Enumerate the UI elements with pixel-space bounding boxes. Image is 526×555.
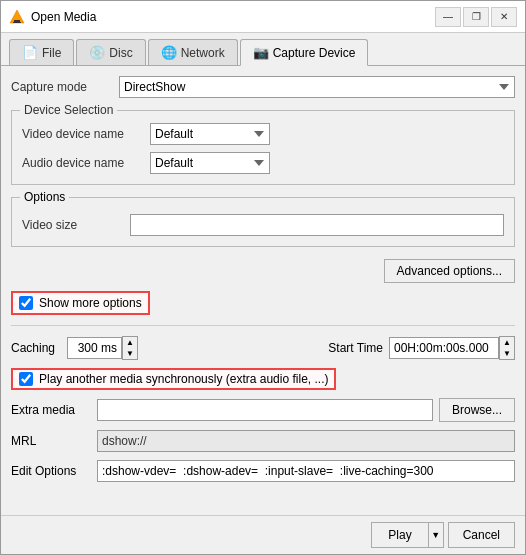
tab-capture-label: Capture Device (273, 46, 356, 60)
advanced-btn-row: Advanced options... (11, 259, 515, 283)
caching-input-group: ▲ ▼ (67, 336, 138, 360)
disc-icon: 💿 (89, 45, 105, 60)
close-button[interactable]: ✕ (491, 7, 517, 27)
capture-icon: 📷 (253, 45, 269, 60)
advanced-options-button[interactable]: Advanced options... (384, 259, 515, 283)
window-title: Open Media (31, 10, 435, 24)
extra-media-input[interactable] (97, 399, 433, 421)
start-time-spin-buttons: ▲ ▼ (499, 336, 515, 360)
play-sync-label[interactable]: Play another media synchronously (extra … (39, 372, 328, 386)
start-time-input[interactable] (389, 337, 499, 359)
mrl-input[interactable]: dshow:// (97, 430, 515, 452)
cancel-button[interactable]: Cancel (448, 522, 515, 548)
main-window: Open Media — ❐ ✕ 📄 File 💿 Disc 🌐 Network… (0, 0, 526, 555)
extra-media-row: Extra media Browse... (11, 398, 515, 422)
edit-options-label: Edit Options (11, 464, 91, 478)
device-selection-title: Device Selection (20, 103, 117, 117)
start-time-label: Start Time (328, 341, 383, 355)
video-size-input[interactable] (130, 214, 504, 236)
tabs-bar: 📄 File 💿 Disc 🌐 Network 📷 Capture Device (1, 33, 525, 66)
caching-spin-up[interactable]: ▲ (123, 337, 137, 348)
options-group-title: Options (20, 190, 69, 204)
play-button[interactable]: Play (371, 522, 427, 548)
app-icon (9, 9, 25, 25)
start-time-spin-up[interactable]: ▲ (500, 337, 514, 348)
play-dropdown-arrow: ▼ (431, 530, 440, 540)
separator (11, 325, 515, 326)
minimize-button[interactable]: — (435, 7, 461, 27)
play-sync-checkbox[interactable] (19, 372, 33, 386)
tab-disc-label: Disc (109, 46, 132, 60)
window-controls: — ❐ ✕ (435, 7, 517, 27)
browse-button[interactable]: Browse... (439, 398, 515, 422)
tab-disc[interactable]: 💿 Disc (76, 39, 145, 65)
svg-rect-1 (14, 20, 20, 22)
video-size-label: Video size (22, 218, 122, 232)
play-button-group: Play ▼ (371, 522, 443, 548)
file-icon: 📄 (22, 45, 38, 60)
options-group: Options Video size (11, 197, 515, 247)
restore-button[interactable]: ❐ (463, 7, 489, 27)
caching-input[interactable] (67, 337, 122, 359)
play-sync-row: Play another media synchronously (extra … (11, 368, 336, 390)
mrl-label: MRL (11, 434, 91, 448)
svg-rect-2 (13, 22, 21, 23)
mrl-row: MRL dshow:// (11, 430, 515, 452)
device-selection-content: Video device name Default Audio device n… (22, 123, 504, 174)
start-time-group: Start Time ▲ ▼ (328, 336, 515, 360)
capture-mode-dropdown[interactable]: DirectShow TV - Digital (DVB) TV - analo… (119, 76, 515, 98)
device-selection-group: Device Selection Video device name Defau… (11, 110, 515, 185)
edit-options-input[interactable]: :dshow-vdev= :dshow-adev= :input-slave= … (97, 460, 515, 482)
bottom-bar: Play ▼ Cancel (1, 515, 525, 554)
show-more-row: Show more options (11, 291, 150, 315)
tab-file-label: File (42, 46, 61, 60)
tab-network[interactable]: 🌐 Network (148, 39, 238, 65)
extra-media-label: Extra media (11, 403, 91, 417)
show-more-label[interactable]: Show more options (39, 296, 142, 310)
play-dropdown-button[interactable]: ▼ (428, 522, 444, 548)
start-time-spin-down[interactable]: ▼ (500, 348, 514, 359)
caching-spin-buttons: ▲ ▼ (122, 336, 138, 360)
video-device-row: Video device name Default (22, 123, 504, 145)
video-size-row: Video size (22, 214, 504, 236)
content-area: Capture mode DirectShow TV - Digital (DV… (1, 66, 525, 515)
video-device-dropdown[interactable]: Default (150, 123, 270, 145)
audio-device-dropdown[interactable]: Default (150, 152, 270, 174)
caching-label: Caching (11, 341, 55, 355)
tab-capture[interactable]: 📷 Capture Device (240, 39, 369, 66)
options-content: Video size (22, 214, 504, 236)
tab-file[interactable]: 📄 File (9, 39, 74, 65)
video-device-label: Video device name (22, 127, 142, 141)
audio-device-label: Audio device name (22, 156, 142, 170)
tab-network-label: Network (181, 46, 225, 60)
capture-mode-row: Capture mode DirectShow TV - Digital (DV… (11, 76, 515, 98)
audio-device-row: Audio device name Default (22, 152, 504, 174)
show-more-checkbox[interactable] (19, 296, 33, 310)
caching-spin-down[interactable]: ▼ (123, 348, 137, 359)
network-icon: 🌐 (161, 45, 177, 60)
title-bar: Open Media — ❐ ✕ (1, 1, 525, 33)
start-time-input-group: ▲ ▼ (389, 336, 515, 360)
capture-mode-label: Capture mode (11, 80, 111, 94)
edit-options-row: Edit Options :dshow-vdev= :dshow-adev= :… (11, 460, 515, 482)
caching-row: Caching ▲ ▼ Start Time ▲ ▼ (11, 336, 515, 360)
